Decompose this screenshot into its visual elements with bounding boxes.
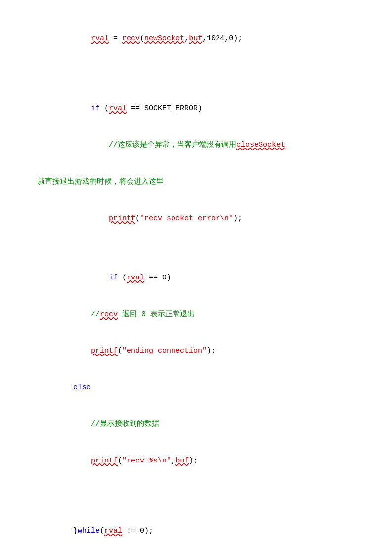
line-printf-ending: printf("ending connection"); [20, 333, 372, 369]
empty-9 [20, 550, 372, 555]
line-while-rval: }while(rval != 0); [20, 513, 372, 549]
empty-5 [20, 248, 372, 259]
line-else: else [20, 370, 372, 406]
code-container: rval = recv(newSocket,buf,1024,0); if (r… [0, 15, 392, 555]
line-printf-recv-s: printf("recv %s\n",buf); [20, 443, 372, 479]
line-if-socket-error: if (rval == SOCKET_ERROR) [20, 91, 372, 127]
line-comment-recv-zero: //recv 返回 0 表示正常退出 [20, 297, 372, 332]
line-comment-1: //这应该是个异常，当客户端没有调用closeSocket [20, 128, 372, 163]
empty-7 [20, 491, 372, 502]
empty-4 [20, 237, 372, 248]
line-comment-show-data: //显示接收到的数据 [20, 407, 372, 442]
empty-1 [20, 57, 372, 68]
line-comment-2: 就直接退出游戏的时候，将会进入这里 [20, 164, 372, 200]
empty-6 [20, 480, 372, 491]
empty-2 [20, 68, 372, 79]
line-rval-assign: rval = recv(newSocket,buf,1024,0); [20, 21, 372, 56]
empty-8 [20, 502, 372, 512]
line-if-rval-zero: if (rval == 0) [20, 260, 372, 296]
line-printf-recv-error: printf("recv socket error\n"); [20, 201, 372, 236]
empty-3 [20, 79, 372, 90]
